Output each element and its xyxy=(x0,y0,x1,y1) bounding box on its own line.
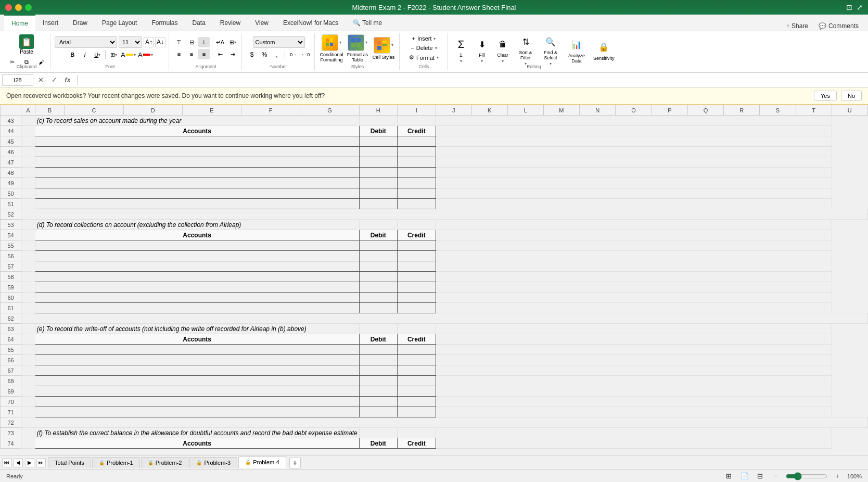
cell-a44[interactable] xyxy=(21,126,35,136)
close-button[interactable] xyxy=(5,4,12,11)
col-header-g[interactable]: G xyxy=(300,105,359,116)
yes-button[interactable]: Yes xyxy=(814,91,837,101)
decimal-increase-btn[interactable]: .0→ xyxy=(287,49,299,60)
insert-cells-btn[interactable]: + Insert ▾ xyxy=(410,34,438,43)
tab-formulas[interactable]: Formulas xyxy=(144,15,185,31)
cell-reference-input[interactable] xyxy=(2,74,33,86)
cell-j43[interactable] xyxy=(436,116,832,126)
comma-btn[interactable]: , xyxy=(271,49,283,60)
clear-btn[interactable]: 🗑 Clear ▾ xyxy=(493,36,512,65)
cell-b44-accounts[interactable]: Accounts xyxy=(35,126,359,136)
cell-i44-credit[interactable]: Credit xyxy=(397,126,436,136)
conditional-formatting-btn[interactable]: ▾ Conditional Formatting xyxy=(319,34,344,62)
cell-h44-debit[interactable]: Debit xyxy=(359,126,397,136)
sheet-nav-prev[interactable]: ◀ xyxy=(14,458,23,467)
no-button[interactable]: No xyxy=(841,91,862,101)
col-header-k[interactable]: K xyxy=(471,105,507,116)
col-header-d[interactable]: D xyxy=(123,105,182,116)
currency-btn[interactable]: $ xyxy=(246,49,258,60)
col-header-t[interactable]: T xyxy=(796,105,832,116)
sheet-nav-first[interactable]: ⏮ xyxy=(2,458,11,467)
cell-b43[interactable]: (c) To record sales on account made duri… xyxy=(35,116,359,126)
font-name-select[interactable]: Arial xyxy=(55,36,117,48)
align-middle-btn[interactable]: ⊟ xyxy=(186,37,197,47)
underline-button[interactable]: U ▾ xyxy=(92,49,103,60)
cell-a43[interactable] xyxy=(21,116,35,126)
tab-view[interactable]: View xyxy=(248,15,276,31)
zoom-slider[interactable] xyxy=(786,472,827,480)
find-select-btn[interactable]: 🔍 Find & Select ▾ xyxy=(539,33,562,67)
sheet-tab-total-points[interactable]: Total Points xyxy=(48,457,91,468)
sheet-tab-problem3[interactable]: 🔒 Problem-3 xyxy=(189,457,237,468)
tab-review[interactable]: Review xyxy=(213,15,248,31)
col-header-o[interactable]: O xyxy=(616,105,652,116)
col-header-b[interactable]: B xyxy=(35,105,65,116)
add-sheet-button[interactable]: + xyxy=(289,457,301,468)
paste-button[interactable]: 📋 Paste xyxy=(17,33,36,56)
font-size-select[interactable]: 11 xyxy=(119,36,142,48)
cut-button[interactable]: ✂ xyxy=(6,57,18,67)
cell-h45[interactable] xyxy=(359,136,397,147)
maximize-button[interactable] xyxy=(25,4,32,11)
number-format-select[interactable]: Custom General Number Currency Accountin… xyxy=(253,36,305,48)
sheet-tab-problem2[interactable]: 🔒 Problem-2 xyxy=(141,457,189,468)
cell-h54-debit[interactable]: Debit xyxy=(359,230,397,240)
cell-h43[interactable] xyxy=(359,116,397,126)
indent-decrease-btn[interactable]: ⇤ xyxy=(214,49,226,59)
increase-font-btn[interactable]: A↑ xyxy=(144,37,154,47)
sum-btn[interactable]: Σ Σ ▾ xyxy=(452,36,470,65)
cell-i74-credit[interactable]: Credit xyxy=(397,438,436,449)
align-right-btn[interactable]: ≡ xyxy=(198,49,210,59)
tab-insert[interactable]: Insert xyxy=(35,15,66,31)
indent-increase-btn[interactable]: ⇥ xyxy=(227,49,238,59)
font-color-button[interactable]: A ▾ xyxy=(137,50,154,59)
col-header-s[interactable]: S xyxy=(760,105,796,116)
cell-i54-credit[interactable]: Credit xyxy=(397,230,436,240)
insert-function-btn[interactable]: fx xyxy=(62,75,73,85)
spreadsheet-scroll[interactable]: A B C D E F G H I J K L M xyxy=(0,105,868,455)
col-header-u[interactable]: U xyxy=(832,105,867,116)
col-header-i[interactable]: I xyxy=(397,105,436,116)
minimize-button[interactable] xyxy=(15,4,22,11)
tab-tell-me[interactable]: 🔍 Tell me xyxy=(346,15,389,31)
cell-b45[interactable] xyxy=(35,136,359,147)
col-header-c[interactable]: C xyxy=(65,105,123,116)
align-left-btn[interactable]: ≡ xyxy=(173,49,185,59)
sheet-tab-problem4[interactable]: 🔒 Problem-4 xyxy=(238,456,286,468)
formula-input[interactable] xyxy=(82,77,866,84)
cell-b74-accounts[interactable]: Accounts xyxy=(35,438,359,449)
delete-cells-btn[interactable]: − Delete ▾ xyxy=(409,44,439,52)
cell-b63[interactable]: (e) To record the write-off of accounts … xyxy=(35,324,359,334)
sensitivity-btn[interactable]: 🔒 Sensitivity xyxy=(591,39,616,62)
col-header-a[interactable]: A xyxy=(21,105,35,116)
border-button[interactable]: ⊞ ▾ xyxy=(108,49,119,60)
format-cells-btn[interactable]: ⚙ Format ▾ xyxy=(407,53,441,62)
fill-btn[interactable]: ⬇ Fill ▾ xyxy=(473,36,491,65)
cell-b54-accounts[interactable]: Accounts xyxy=(35,230,359,240)
align-center-btn[interactable]: ≡ xyxy=(186,49,197,59)
align-bottom-btn[interactable]: ⊥ xyxy=(198,37,210,47)
tab-page-layout[interactable]: Page Layout xyxy=(95,15,144,31)
col-header-l[interactable]: L xyxy=(507,105,543,116)
col-header-m[interactable]: M xyxy=(543,105,579,116)
comments-button[interactable]: 💬 Comments xyxy=(815,21,862,31)
format-as-table-btn[interactable]: ▾ Format as Table xyxy=(345,34,370,62)
col-header-e[interactable]: E xyxy=(182,105,241,116)
zoom-in-btn[interactable]: + xyxy=(832,471,843,482)
merge-btn[interactable]: ⊞ ▾ xyxy=(227,37,238,47)
cell-j44[interactable] xyxy=(436,126,832,136)
restore-icon[interactable]: ⊡ xyxy=(846,3,852,11)
cell-b53[interactable]: (d) To record collections on account (ex… xyxy=(35,220,359,230)
decrease-font-btn[interactable]: A↓ xyxy=(155,37,165,47)
col-header-j[interactable]: J xyxy=(436,105,471,116)
italic-button[interactable]: I xyxy=(79,49,91,60)
cell-h74-debit[interactable]: Debit xyxy=(359,438,397,449)
normal-view-btn[interactable]: ⊞ xyxy=(723,471,735,482)
cell-i45[interactable] xyxy=(397,136,436,147)
fullscreen-icon[interactable]: ⤢ xyxy=(857,3,863,11)
fill-color-button[interactable]: A ▾ xyxy=(120,50,136,59)
sheet-nav-last[interactable]: ⏭ xyxy=(36,458,46,467)
cell-b73[interactable]: (f) To establish the correct balance in … xyxy=(35,428,359,438)
bold-button[interactable]: B xyxy=(67,49,78,60)
col-header-h[interactable]: H xyxy=(359,105,397,116)
